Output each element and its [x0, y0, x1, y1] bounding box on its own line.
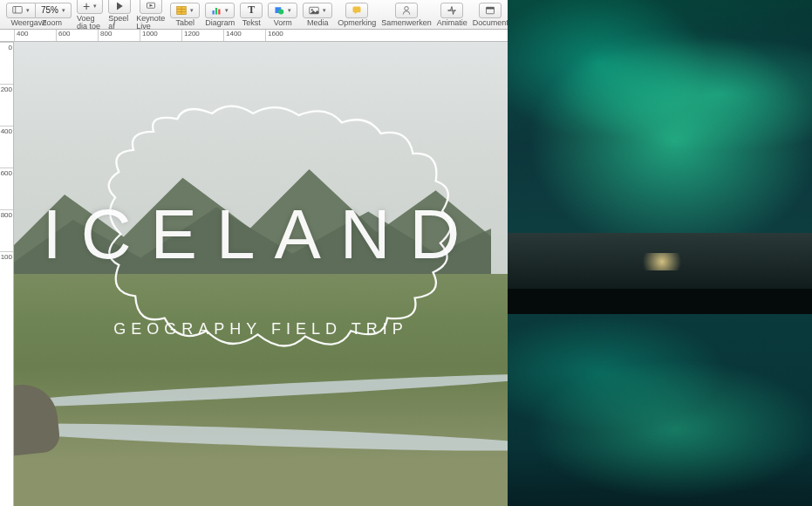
ruler-tick: 400: [14, 30, 56, 41]
document-label: Document: [473, 19, 508, 27]
text-button[interactable]: T: [240, 3, 263, 18]
slide-subtitle[interactable]: GEOGRAPHY FIELD TRIP: [14, 320, 508, 338]
zoom-button[interactable]: 75%▾: [36, 3, 72, 18]
svg-rect-10: [215, 8, 217, 15]
table-button[interactable]: ▾: [170, 3, 200, 18]
collaborate-label: Samenwerken: [381, 19, 432, 27]
ruler-tick: 1400: [223, 30, 265, 41]
collaborate-icon: [401, 5, 412, 16]
ruler-tick: 800: [98, 30, 140, 41]
svg-point-18: [405, 6, 409, 10]
ruler-tick: 0: [0, 42, 13, 84]
ruler-tick: 1200: [181, 30, 223, 41]
svg-marker-19: [448, 6, 456, 14]
add-slide-label: Voeg dia toe: [77, 15, 103, 31]
keynote-live-icon: [146, 1, 156, 11]
ruler-tick: 400: [0, 126, 13, 168]
ruler-tick: 100: [0, 251, 13, 293]
ruler-tick: 600: [56, 30, 98, 41]
slide-title[interactable]: ICELAND: [14, 200, 508, 270]
slide-canvas[interactable]: ICELAND GEOGRAPHY FIELD TRIP: [14, 42, 508, 506]
ruler-tick: 800: [0, 209, 13, 251]
ruler-tick: 200: [0, 84, 13, 126]
svg-rect-21: [487, 7, 495, 9]
ruler-horizontal[interactable]: 400 600 800 1000 1200 1400 1600: [0, 30, 508, 42]
secondary-pane-aurora: [508, 0, 812, 506]
document-button[interactable]: [479, 3, 502, 18]
add-slide-button[interactable]: +▾: [77, 0, 103, 14]
text-label: Tekst: [242, 19, 261, 27]
svg-marker-2: [117, 3, 123, 10]
media-button[interactable]: ▾: [303, 3, 332, 18]
svg-point-15: [311, 9, 313, 10]
svg-rect-11: [218, 9, 220, 14]
svg-rect-9: [213, 10, 215, 15]
animate-icon: [447, 5, 457, 16]
table-icon: [176, 5, 187, 16]
text-icon: T: [248, 3, 255, 17]
zoom-label: Zoom: [38, 19, 67, 27]
chart-button[interactable]: ▾: [205, 3, 235, 18]
view-icon: [12, 5, 23, 16]
shape-button[interactable]: ▾: [268, 3, 297, 18]
ruler-tick: 1600: [265, 30, 307, 41]
play-button[interactable]: [108, 0, 131, 14]
view-button[interactable]: ▾: [6, 3, 36, 18]
comment-icon: [351, 5, 362, 16]
svg-rect-16: [353, 6, 361, 12]
comment-button[interactable]: [345, 3, 368, 18]
play-icon: [114, 1, 125, 11]
ruler-vertical[interactable]: 0 200 400 600 800 100: [0, 42, 14, 506]
svg-marker-17: [355, 11, 358, 14]
keynote-live-button[interactable]: [140, 0, 162, 14]
table-label: Tabel: [175, 19, 194, 27]
svg-point-13: [279, 9, 284, 14]
animate-label: Animatie: [437, 19, 467, 27]
ruler-tick: 600: [0, 168, 13, 209]
toolbar: ▾ 75%▾ WeergaveZoom +▾ Voeg dia toe Spee…: [0, 0, 508, 30]
collaborate-button[interactable]: [395, 3, 418, 18]
keynote-live-label: Keynote Live: [136, 15, 165, 31]
shape-icon: [274, 5, 284, 16]
shape-label: Vorm: [274, 19, 292, 27]
play-label: Speel af: [108, 15, 131, 31]
zoom-value: 75%: [41, 5, 58, 15]
animate-button[interactable]: [440, 3, 463, 18]
comment-label: Opmerking: [338, 19, 376, 27]
ruler-tick: 1000: [140, 30, 181, 41]
keynote-app-window: ▾ 75%▾ WeergaveZoom +▾ Voeg dia toe Spee…: [0, 0, 508, 506]
chart-icon: [211, 5, 222, 16]
media-icon: [309, 5, 319, 16]
view-label: Weergave: [11, 19, 38, 27]
document-icon: [485, 5, 495, 16]
svg-marker-4: [149, 4, 153, 7]
svg-rect-0: [13, 6, 23, 13]
media-label: Media: [307, 19, 329, 27]
chart-label: Diagram: [205, 19, 235, 27]
